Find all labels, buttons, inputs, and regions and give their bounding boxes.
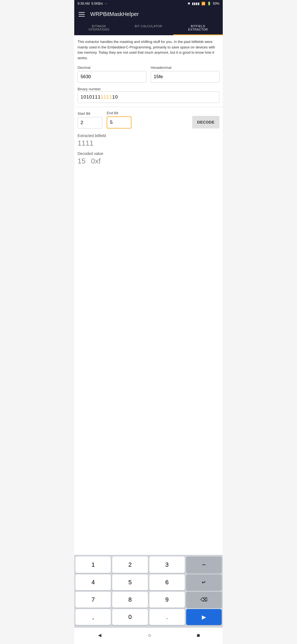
decimal-label: Decimal (78, 66, 146, 70)
binary-group: Binary number 1010111111110 (78, 86, 219, 103)
start-bit-input[interactable] (78, 117, 102, 129)
key-backspace[interactable]: ⌫ (186, 592, 222, 608)
decimal-hex-row: Decimal Hexadecimal (78, 66, 219, 83)
decoded-label: Decoded value (78, 151, 219, 156)
decoded-section: Decoded value 15 0xf (78, 151, 219, 165)
main-content: This extractor handles the masking and s… (74, 35, 223, 555)
status-time: 9:38 AM (78, 2, 90, 6)
app-title: WRPBitMaskHelper (90, 11, 139, 17)
end-bit-input[interactable] (107, 116, 131, 129)
extracted-label: Extracted bitfield (78, 133, 219, 138)
end-bit-group: End Bit (107, 111, 131, 129)
decimal-input[interactable] (78, 71, 146, 83)
decimal-group: Decimal (78, 66, 146, 83)
decoded-decimal: 15 (78, 157, 86, 165)
key-7[interactable]: 7 (75, 592, 111, 608)
keyboard-row-4: , 0 . ▶ (75, 609, 222, 625)
decoded-hex: 0xf (91, 157, 101, 165)
signal-icon: ▮▮▮▮ (192, 2, 200, 6)
status-network: 9.0KB/s (91, 2, 103, 6)
key-comma[interactable]: , (75, 609, 111, 625)
battery-icon: 🔋 (207, 2, 211, 6)
end-bit-label: End Bit (107, 111, 131, 115)
status-dots: ··· (105, 2, 107, 6)
key-enter[interactable]: ↵ (186, 574, 222, 590)
binary-highlight: 1111 (101, 94, 112, 100)
hex-input[interactable] (151, 71, 219, 83)
nav-back-button[interactable]: ◄ (95, 631, 104, 640)
binary-display: 1010111111110 (78, 91, 219, 103)
tab-bar: BITMASKOPERATIONS BIT CALCULATOR BITFIEL… (74, 21, 223, 35)
tab-bitfield-extractor[interactable]: BITFIELDEXTRACTOR (173, 21, 223, 35)
nav-bar: ◄ ○ ■ (74, 627, 223, 644)
key-3[interactable]: 3 (149, 556, 185, 573)
decoded-row: 15 0xf (78, 157, 219, 165)
key-9[interactable]: 9 (149, 592, 185, 608)
keyboard: 1 2 3 − 4 5 6 ↵ 7 8 9 ⌫ , 0 . ▶ (74, 555, 223, 627)
binary-suffix: 10 (112, 94, 118, 100)
keyboard-row-3: 7 8 9 ⌫ (75, 592, 222, 608)
keyboard-row-2: 4 5 6 ↵ (75, 574, 222, 590)
nav-home-button[interactable]: ○ (146, 631, 153, 640)
start-bit-group: Start Bit (78, 111, 102, 129)
binary-label: Binary number (78, 87, 101, 91)
bit-controls: Start Bit End Bit DECODE (78, 111, 219, 129)
key-4[interactable]: 4 (75, 574, 111, 590)
divider (74, 107, 223, 107)
nav-recents-button[interactable]: ■ (195, 631, 202, 640)
hex-group: Hexadecimal (151, 66, 219, 83)
bluetooth-icon: ✱ (188, 2, 190, 6)
keyboard-row-1: 1 2 3 − (75, 556, 222, 573)
description-text: This extractor handles the masking and s… (78, 39, 219, 61)
key-0[interactable]: 0 (112, 609, 148, 625)
key-submit[interactable]: ▶ (186, 609, 222, 625)
key-minus[interactable]: − (186, 556, 222, 573)
menu-button[interactable] (79, 12, 85, 17)
key-dot[interactable]: . (149, 609, 185, 625)
wifi-icon: 📶 (201, 2, 205, 6)
app-bar: WRPBitMaskHelper (74, 7, 223, 21)
key-6[interactable]: 6 (149, 574, 185, 590)
binary-prefix: 1010111 (81, 94, 101, 100)
key-8[interactable]: 8 (112, 592, 148, 608)
tab-bitmask-operations[interactable]: BITMASKOPERATIONS (74, 21, 124, 35)
decode-button[interactable]: DECODE (192, 116, 219, 129)
status-bar: 9:38 AM 9.0KB/s ··· ✱ ▮▮▮▮ 📶 🔋 93% (74, 0, 223, 7)
key-5[interactable]: 5 (112, 574, 148, 590)
battery-percent: 93% (213, 2, 219, 6)
tab-bit-calculator[interactable]: BIT CALCULATOR (124, 21, 173, 35)
hex-label: Hexadecimal (151, 66, 219, 70)
extracted-section: Extracted bitfield 1111 (78, 133, 219, 148)
key-2[interactable]: 2 (112, 556, 148, 573)
start-bit-label: Start Bit (78, 111, 102, 116)
key-1[interactable]: 1 (75, 556, 111, 573)
extracted-value: 1111 (78, 139, 219, 148)
